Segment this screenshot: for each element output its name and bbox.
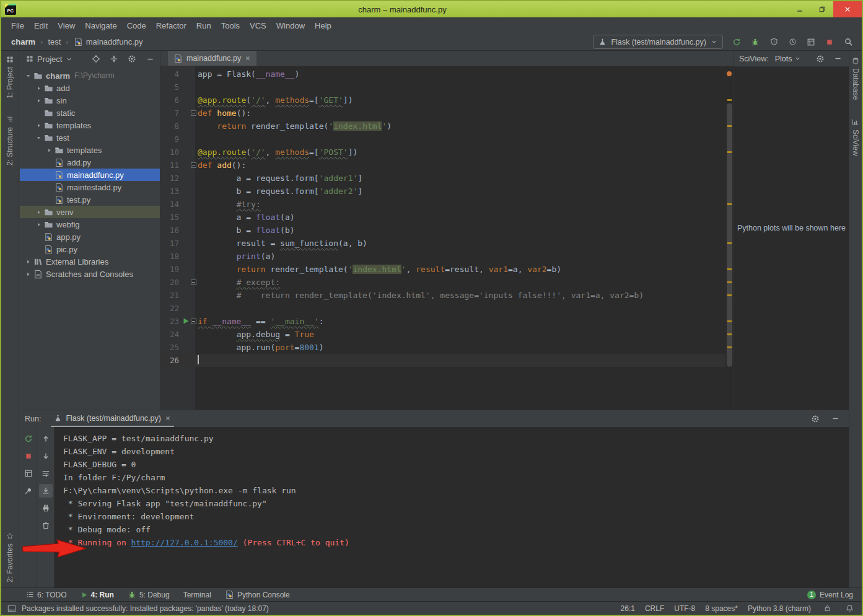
tree-item-add[interactable]: add: [20, 82, 160, 94]
warning-stripe-mark[interactable]: [727, 151, 732, 153]
menu-navigate[interactable]: Navigate: [80, 19, 121, 32]
run-config-selector[interactable]: Flask (test/mainaddfunc.py): [593, 35, 723, 49]
tool-strip-2-favorites[interactable]: 2: Favorites: [6, 532, 14, 583]
menu-window[interactable]: Window: [271, 19, 310, 32]
fold-icon[interactable]: [190, 315, 198, 328]
tool-strip-database[interactable]: Database: [851, 57, 860, 100]
tree-item-pic-py[interactable]: pic.py: [20, 243, 160, 255]
tool-tab-python-console[interactable]: Python Console: [225, 590, 290, 599]
tab-plots[interactable]: Plots: [775, 55, 801, 63]
code-area[interactable]: 4app = Flask(__name__)56@app.route('/', …: [160, 66, 725, 410]
code-line[interactable]: 24 app.debug = True: [160, 328, 725, 341]
clear-all-button[interactable]: [39, 519, 53, 532]
settings-button[interactable]: [814, 53, 826, 65]
code-line[interactable]: 14 #try:: [160, 198, 725, 211]
code-line[interactable]: 20 # except:: [160, 276, 725, 289]
restore-layout-button[interactable]: [22, 467, 35, 480]
warning-stripe-mark[interactable]: [727, 320, 732, 322]
menu-view[interactable]: View: [53, 19, 80, 32]
code-line[interactable]: 17 result = sum_function(a, b): [160, 237, 725, 250]
tool-tab-6-todo[interactable]: 6: TODO: [26, 591, 67, 599]
breadcrumb-item-test[interactable]: test: [48, 37, 61, 46]
tree-item-sin[interactable]: sin: [20, 94, 160, 107]
breadcrumb-item-mainaddfunc-py[interactable]: mainaddfunc.py: [74, 37, 143, 46]
tool-strip-sciview[interactable]: SciView: [851, 118, 860, 156]
scroll-to-end-button[interactable]: [39, 484, 53, 498]
editor-tab-mainaddfunc[interactable]: mainaddfunc.py: [168, 51, 256, 66]
fold-icon[interactable]: [190, 159, 198, 172]
fold-icon[interactable]: [190, 107, 198, 120]
warning-stripe-mark[interactable]: [727, 281, 732, 283]
soft-wrap-button[interactable]: [39, 467, 53, 480]
warning-stripe-mark[interactable]: [727, 294, 732, 296]
code-line[interactable]: 25 app.run(port=8001): [160, 341, 725, 354]
coverage-button[interactable]: [768, 36, 780, 48]
code-line[interactable]: 8 return render_template('index.html'): [160, 120, 725, 133]
code-line[interactable]: 19 return render_template('index.html', …: [160, 263, 725, 276]
chevron-down-icon[interactable]: [66, 56, 72, 63]
tree-item-test-py[interactable]: test.py: [20, 193, 160, 206]
console-link[interactable]: http://127.0.0.1:5000/: [131, 538, 238, 547]
tree-item-templates[interactable]: templates: [20, 144, 160, 156]
menu-file[interactable]: File: [6, 19, 29, 32]
console-output[interactable]: FLASK_APP = test/mainaddfunc.pyFLASK_ENV…: [55, 427, 849, 587]
code-line[interactable]: 22: [160, 302, 725, 315]
code-line[interactable]: 6@app.route('/', methods=['GET']): [160, 94, 725, 107]
menu-code[interactable]: Code: [122, 19, 151, 32]
status-python-3-8-charm[interactable]: Python 3.8 (charm): [748, 604, 811, 613]
tree-item-test[interactable]: test: [20, 131, 160, 144]
tool-windows-toggle-icon[interactable]: [7, 604, 16, 613]
inspections-indicator[interactable]: [727, 71, 732, 76]
code-line[interactable]: 11def add():: [160, 159, 725, 172]
tree-item-maintestadd-py[interactable]: maintestadd.py: [20, 181, 160, 193]
pin-button[interactable]: [22, 484, 35, 498]
scrollbar-thumb[interactable]: [727, 103, 732, 367]
status-26-1[interactable]: 26:1: [621, 604, 635, 613]
code-line[interactable]: 13 b = request.form['adder2']: [160, 185, 725, 198]
tree-item-scratches-and-consoles[interactable]: Scratches and Consoles: [20, 268, 160, 280]
run-button[interactable]: [730, 36, 743, 48]
code-line[interactable]: 5: [160, 81, 725, 94]
code-line[interactable]: 9: [160, 133, 725, 146]
warning-stripe-mark[interactable]: [727, 268, 732, 270]
close-icon[interactable]: [245, 55, 251, 61]
tool-strip-1-project[interactable]: 1: Project: [6, 56, 14, 99]
status-crlf[interactable]: CRLF: [645, 604, 664, 613]
collapse-all-button[interactable]: [108, 53, 120, 65]
settings-button[interactable]: [126, 53, 138, 65]
stop-button[interactable]: [823, 36, 836, 48]
warning-stripe-mark[interactable]: [727, 333, 732, 335]
locate-button[interactable]: [90, 53, 102, 65]
tool-strip-2-structure[interactable]: 2: Structure: [6, 116, 14, 165]
warning-stripe-mark[interactable]: [727, 99, 732, 101]
tree-item-webfig[interactable]: webfig: [20, 218, 160, 231]
menu-vcs[interactable]: VCS: [245, 19, 271, 32]
tree-item-static[interactable]: static: [20, 107, 160, 119]
restore-button[interactable]: [811, 1, 833, 17]
tool-tab-4-run[interactable]: 4: Run: [81, 591, 114, 599]
lock-button[interactable]: [821, 602, 833, 615]
code-line[interactable]: 21 # return render_template('index.html'…: [160, 289, 725, 302]
tree-item-mainaddfunc-py[interactable]: mainaddfunc.py: [20, 169, 160, 181]
menu-help[interactable]: Help: [310, 19, 336, 32]
code-line[interactable]: 10@app.route('/', methods=['POST']): [160, 146, 725, 159]
code-line[interactable]: 15 a = float(a): [160, 211, 725, 224]
code-line[interactable]: 7def home():: [160, 107, 725, 120]
fold-icon[interactable]: [190, 276, 198, 289]
hide-button[interactable]: [829, 413, 841, 425]
tree-item-external-libraries[interactable]: External Libraries: [20, 255, 160, 268]
tool-tab-5-debug[interactable]: 5: Debug: [128, 591, 170, 599]
code-line[interactable]: 16 b = float(b): [160, 224, 725, 237]
up-stack-button[interactable]: [39, 432, 53, 446]
code-line[interactable]: 26: [160, 354, 725, 367]
code-line[interactable]: 12 a = request.form['adder1']: [160, 172, 725, 185]
menu-run[interactable]: Run: [191, 19, 216, 32]
bell-button[interactable]: [843, 602, 856, 615]
hide-button[interactable]: [144, 53, 156, 65]
settings-button[interactable]: [809, 413, 821, 425]
concurrency-button[interactable]: [805, 36, 817, 48]
code-line[interactable]: 4app = Flask(__name__): [160, 68, 725, 81]
hide-button[interactable]: [831, 53, 844, 65]
event-log-button[interactable]: 1 Event Log: [807, 591, 853, 599]
warning-stripe-mark[interactable]: [727, 346, 732, 348]
